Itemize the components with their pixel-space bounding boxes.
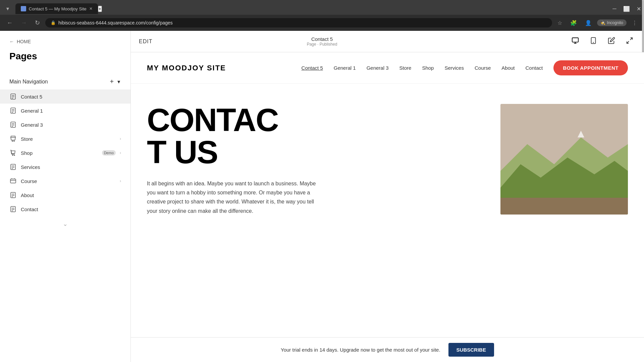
- nav-link-services[interactable]: Services: [444, 65, 464, 71]
- section-actions: + ▼: [110, 78, 121, 85]
- main-nav-label: Main Navigation: [9, 79, 48, 85]
- content-right: [500, 104, 628, 216]
- svg-point-15: [14, 155, 15, 156]
- hero-image: [500, 104, 628, 215]
- sidebar-header: ← HOME Pages: [0, 31, 130, 75]
- page-list: Contact 5 General 1 General 3: [0, 88, 130, 218]
- page-item-services[interactable]: Services: [0, 160, 130, 174]
- main-nav-section-header: Main Navigation + ▼: [0, 75, 130, 88]
- menu-btn[interactable]: ⋮: [629, 18, 640, 27]
- nav-link-course[interactable]: Course: [475, 65, 491, 71]
- trial-text: Your trial ends in 14 days. Upgrade now …: [281, 347, 440, 353]
- page-icon-about: [9, 191, 17, 199]
- website-preview: MY MOODJOY SITE Contact 5 General 1 Gene…: [131, 52, 644, 362]
- pages-title: Pages: [9, 51, 121, 62]
- edit-mode-btn[interactable]: [605, 36, 618, 47]
- site-logo: MY MOODJOY SITE: [147, 64, 226, 72]
- page-item-contact5[interactable]: Contact 5: [0, 89, 130, 104]
- nav-link-general1[interactable]: General 1: [334, 65, 356, 71]
- mobile-view-btn[interactable]: [587, 36, 600, 47]
- page-name-contact: Contact: [21, 206, 121, 212]
- topbar-actions: [569, 36, 636, 47]
- svg-point-14: [12, 155, 13, 156]
- page-icon-contact: [9, 205, 17, 213]
- page-item-course[interactable]: Course ›: [0, 174, 130, 188]
- page-item-general1[interactable]: General 1: [0, 104, 130, 118]
- svg-point-12: [12, 141, 13, 141]
- page-icon-course: [9, 177, 17, 185]
- new-tab-btn[interactable]: +: [98, 6, 102, 12]
- cms-container: ← HOME Pages Main Navigation + ▼ Contact…: [0, 31, 644, 362]
- bookmark-btn[interactable]: ☆: [555, 18, 565, 27]
- active-tab[interactable]: Contact 5 — My Moodjoy Site ✕: [15, 3, 98, 14]
- browser-toolbar: ← → ↻ 🔒 hibiscus-seabass-6444.squarespac…: [0, 15, 644, 31]
- tab-close-btn[interactable]: ✕: [89, 6, 93, 11]
- nav-link-shop[interactable]: Shop: [422, 65, 434, 71]
- topbar-page-name: Contact 5: [307, 36, 337, 42]
- back-btn[interactable]: ←: [4, 18, 15, 28]
- page-icon-general3: [9, 121, 17, 128]
- site-content: CONTAC T US It all begins with an idea. …: [131, 84, 644, 236]
- sidebar: ← HOME Pages Main Navigation + ▼ Contact…: [0, 31, 131, 362]
- page-item-contact[interactable]: Contact: [0, 202, 130, 216]
- topbar-page-meta: Page · Published: [307, 42, 337, 47]
- hero-description: It all begins with an idea. Maybe you wa…: [147, 179, 321, 216]
- page-name-general1: General 1: [21, 108, 121, 114]
- scroll-down-indicator: ⌄: [0, 218, 130, 230]
- fullscreen-btn[interactable]: [623, 36, 636, 47]
- maximize-btn[interactable]: ⬜: [621, 3, 632, 14]
- course-chevron-icon: ›: [120, 179, 121, 183]
- nav-link-store[interactable]: Store: [399, 65, 412, 71]
- desktop-view-btn[interactable]: [569, 36, 582, 47]
- book-appointment-btn[interactable]: BOOK APPOINTMENT: [553, 60, 628, 75]
- page-item-general3[interactable]: General 3: [0, 118, 130, 132]
- subscribe-btn[interactable]: SUBSCRIBE: [448, 343, 494, 357]
- topbar-center: Contact 5 Page · Published: [307, 36, 337, 47]
- home-link[interactable]: ← HOME: [9, 39, 121, 44]
- home-link-label: HOME: [17, 39, 31, 44]
- page-name-store: Store: [21, 136, 116, 142]
- shop-chevron-icon: ›: [120, 150, 121, 155]
- page-icon-contact5: [9, 93, 17, 100]
- hero-title-line2: T US: [147, 136, 487, 168]
- nav-link-general3[interactable]: General 3: [367, 65, 389, 71]
- page-name-about: About: [21, 192, 121, 198]
- page-item-store[interactable]: Store ›: [0, 132, 130, 146]
- address-bar[interactable]: 🔒 hibiscus-seabass-6444.squarespace.com/…: [45, 18, 552, 27]
- trial-banner: Your trial ends in 14 days. Upgrade now …: [131, 337, 644, 362]
- page-name-course: Course: [21, 178, 116, 184]
- page-icon-shop: [9, 149, 17, 157]
- svg-line-35: [630, 38, 632, 40]
- page-item-shop[interactable]: Shop Demo ›: [0, 146, 130, 160]
- nav-link-contact[interactable]: Contact: [526, 65, 543, 71]
- reload-btn[interactable]: ↻: [32, 18, 43, 28]
- page-item-about[interactable]: About: [0, 188, 130, 202]
- url-text: hibiscus-seabass-6444.squarespace.com/co…: [58, 20, 173, 25]
- shop-demo-badge: Demo: [102, 150, 116, 156]
- tab-list-btn[interactable]: ▼: [3, 5, 13, 13]
- svg-rect-20: [10, 179, 16, 183]
- page-name-shop: Shop: [21, 150, 98, 156]
- incognito-label: Incognito: [607, 20, 623, 25]
- store-chevron-icon: ›: [120, 136, 121, 141]
- nav-link-contact5[interactable]: Contact 5: [302, 65, 323, 71]
- incognito-badge: 🕵 Incognito: [597, 19, 627, 26]
- browser-actions: ☆ 🧩 👤 🕵 Incognito ⋮: [555, 18, 640, 27]
- edit-btn[interactable]: EDIT: [139, 39, 152, 45]
- svg-line-36: [627, 41, 629, 43]
- hero-title-line1: CONTAC: [147, 104, 487, 136]
- page-icon-store: [9, 135, 17, 142]
- add-page-btn[interactable]: +: [110, 78, 114, 85]
- lock-icon: 🔒: [51, 20, 56, 25]
- tab-title: Contact 5 — My Moodjoy Site: [29, 6, 87, 11]
- svg-point-13: [14, 141, 14, 141]
- profile-btn[interactable]: 👤: [582, 18, 594, 27]
- forward-btn[interactable]: →: [18, 18, 30, 28]
- collapse-btn[interactable]: ▼: [116, 79, 121, 84]
- right-panel: EDIT Contact 5 Page · Published: [131, 31, 644, 362]
- nav-link-about[interactable]: About: [501, 65, 515, 71]
- extensions-btn[interactable]: 🧩: [568, 18, 580, 27]
- minimize-btn[interactable]: ─: [609, 3, 620, 14]
- hero-title: CONTAC T US: [147, 104, 487, 168]
- page-icon-services: [9, 163, 17, 171]
